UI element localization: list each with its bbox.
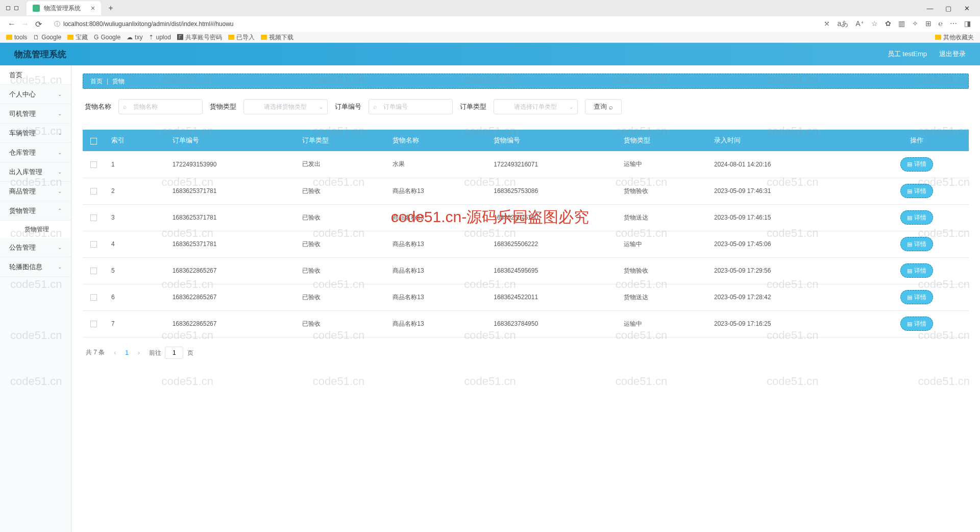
sidebar-item-product[interactable]: 商品管理⌄ [0, 182, 71, 201]
cargo-type-select[interactable]: 请选择货物类型⌄ [243, 99, 328, 114]
sidebar-item-inout[interactable]: 出入库管理⌄ [0, 162, 71, 182]
bookmark-item[interactable]: 🅵 共享账号密码 [177, 33, 222, 42]
cell-cargotype: 运输中 [617, 310, 707, 337]
order-type-select[interactable]: 请选择订单类型⌄ [494, 99, 578, 114]
cell-cargocode: 1683623784950 [486, 310, 616, 337]
next-page-button[interactable]: › [136, 349, 142, 356]
wallet-icon[interactable]: ℮ [939, 19, 943, 29]
chevron-down-icon: ⌄ [58, 91, 62, 97]
cell-cargocode: 1722493216071 [486, 151, 616, 178]
col-cargocode: 货物编号 [486, 130, 616, 151]
sidebar-icon[interactable]: ◨ [964, 19, 971, 29]
row-checkbox[interactable] [90, 214, 97, 221]
cell-index: 4 [104, 231, 165, 257]
row-checkbox[interactable] [90, 161, 97, 168]
detail-button[interactable]: ▤详情 [900, 263, 933, 278]
bookmark-item[interactable]: 宝藏 [67, 33, 88, 42]
cell-cargocode: 1683624522011 [486, 284, 616, 310]
bookmark-item[interactable]: ☁ txy [127, 34, 142, 41]
bookmark-item[interactable]: G Google [94, 34, 120, 41]
col-time: 录入时间 [707, 130, 865, 151]
sidebar-item-cargo[interactable]: 货物管理⌃ [0, 201, 71, 221]
cell-cargoname: 商品名称13 [385, 204, 486, 231]
folder-icon [67, 35, 74, 40]
search-button[interactable]: 查询⌕ [585, 99, 622, 114]
detail-button[interactable]: ▤详情 [900, 237, 933, 251]
text-size-icon[interactable]: A⁺ [855, 19, 864, 29]
order-no-input[interactable]: ⌕订单编号 [369, 99, 453, 114]
bookmark-item[interactable]: 视频下载 [261, 33, 293, 42]
close-window-button[interactable]: ✕ [958, 1, 976, 15]
maximize-button[interactable]: ▢ [939, 1, 958, 15]
bookmark-item[interactable]: ⇡ uplod [149, 34, 170, 41]
folder-icon [6, 35, 12, 40]
search-icon: ⌕ [373, 103, 377, 110]
split-icon[interactable]: ▥ [898, 19, 905, 29]
goto-page: 前往 页 [149, 347, 193, 359]
cell-cargotype: 货物验收 [617, 257, 707, 284]
page-number[interactable]: 1 [125, 349, 129, 356]
bookmark-item[interactable]: tools [6, 34, 27, 41]
col-cargotype: 货物类型 [617, 130, 707, 151]
cargo-name-input[interactable]: ⌕货物名称 [118, 99, 203, 114]
forward-button[interactable]: → [18, 17, 32, 31]
cell-time: 2023-05-09 17:46:31 [707, 178, 865, 204]
cell-ordertype: 已验收 [295, 310, 385, 337]
logout-button[interactable]: 退出登录 [939, 50, 966, 59]
new-tab-button[interactable]: + [105, 4, 116, 13]
row-checkbox[interactable] [90, 241, 97, 248]
detail-button[interactable]: ▤详情 [900, 157, 933, 172]
cell-orderno: 1683625371781 [165, 231, 295, 257]
sidebar-item-vehicle[interactable]: 车辆管理⌄ [0, 124, 71, 143]
bookmark-item[interactable]: 🗋 Google [33, 34, 61, 41]
collections-icon[interactable]: ✧ [912, 19, 918, 29]
sidebar-item-personal[interactable]: 个人中心⌄ [0, 85, 71, 104]
tab-close-icon[interactable]: × [91, 4, 95, 12]
cell-orderno: 1683622865267 [165, 257, 295, 284]
favorite-icon[interactable]: ☆ [871, 19, 878, 29]
menu-icon[interactable]: ⋯ [950, 19, 957, 29]
row-checkbox[interactable] [90, 268, 97, 274]
minimize-button[interactable]: — [921, 1, 939, 15]
sidebar-item-notice[interactable]: 公告管理⌄ [0, 238, 71, 257]
row-checkbox[interactable] [90, 294, 97, 301]
pagination: 共 7 条 ‹ 1 › 前往 页 [83, 337, 969, 368]
cell-time: 2023-05-09 17:45:06 [707, 231, 865, 257]
url-input[interactable]: ⓘ localhost:8080/wuliuguanlixitong/admin… [50, 18, 819, 30]
bookmark-item[interactable]: 已导入 [228, 33, 255, 42]
settings-icon[interactable]: ✿ [885, 19, 891, 29]
detail-button[interactable]: ▤详情 [900, 317, 933, 331]
sidebar-item-warehouse[interactable]: 仓库管理⌄ [0, 143, 71, 162]
refresh-button[interactable]: ⟳ [32, 17, 45, 31]
info-icon: ⓘ [54, 20, 60, 29]
translate-icon[interactable]: ⤧ [824, 19, 830, 29]
sidebar-item-home[interactable]: 首页 [0, 65, 71, 85]
sidebar-subitem-cargo[interactable]: 货物管理 [0, 221, 71, 238]
breadcrumb: 首页 | 货物 [83, 74, 969, 89]
read-aloud-icon[interactable]: aあ [837, 19, 848, 29]
detail-button[interactable]: ▤详情 [900, 290, 933, 304]
cell-orderno: 1683625371781 [165, 178, 295, 204]
select-all-checkbox[interactable] [90, 138, 97, 144]
row-checkbox[interactable] [90, 321, 97, 327]
chevron-down-icon: ⌄ [58, 169, 62, 175]
sidebar-item-carousel[interactable]: 轮播图信息⌄ [0, 257, 71, 277]
back-button[interactable]: ← [5, 17, 18, 31]
row-checkbox[interactable] [90, 188, 97, 195]
crumb-home[interactable]: 首页 [90, 77, 103, 86]
sidebar-item-driver[interactable]: 司机管理⌄ [0, 104, 71, 124]
goto-input[interactable] [165, 347, 183, 359]
user-label[interactable]: 员工 testEmp [888, 50, 927, 59]
bookmark-other[interactable]: 其他收藏夹 [935, 33, 974, 42]
sidebar: 首页 个人中心⌄ 司机管理⌄ 车辆管理⌄ 仓库管理⌄ 出入库管理⌄ 商品管理⌄ … [0, 65, 71, 532]
doc-icon: ▤ [907, 188, 912, 195]
folder-icon [935, 35, 941, 40]
detail-button[interactable]: ▤详情 [900, 184, 933, 198]
prev-page-button[interactable]: ‹ [112, 349, 118, 356]
extensions-icon[interactable]: ⊞ [925, 19, 932, 29]
detail-button[interactable]: ▤详情 [900, 210, 933, 225]
browser-tab[interactable]: 物流管理系统 × [27, 1, 101, 15]
window-icon [6, 6, 10, 10]
window-icon [14, 6, 18, 10]
cell-orderno: 1683622865267 [165, 310, 295, 337]
